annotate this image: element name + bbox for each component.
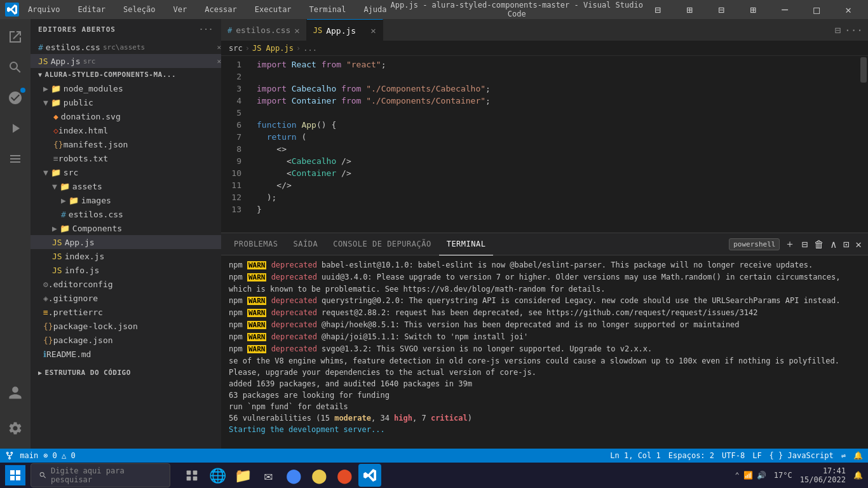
activity-settings[interactable]: [0, 413, 31, 444]
panel-tab-saida[interactable]: SAÍDA: [286, 233, 326, 255]
activity-accounts[interactable]: [0, 377, 31, 408]
tree-prettierrc[interactable]: ≡ .prettierrc: [31, 305, 221, 319]
scrollbar-track[interactable]: [859, 56, 868, 233]
encoding-status[interactable]: UTF-8: [722, 451, 745, 460]
terminal-add-icon[interactable]: ＋: [783, 236, 796, 252]
line-ending-status[interactable]: LF: [752, 451, 761, 460]
breadcrumb-appjs[interactable]: JS App.js: [252, 44, 294, 53]
menu-selecao[interactable]: Seleção: [119, 4, 159, 15]
menu-ajuda[interactable]: Ajuda: [360, 4, 390, 15]
taskbar-folder[interactable]: 📁: [231, 464, 254, 487]
taskbar-mail[interactable]: ✉: [257, 464, 280, 487]
terminal-content[interactable]: npm WARN deprecated babel-eslint@10.1.0:…: [221, 255, 868, 449]
language-status[interactable]: { } JavaScript: [770, 451, 834, 460]
activity-source-control[interactable]: [0, 83, 31, 113]
tree-robots[interactable]: ≡ robots.txt: [31, 151, 221, 165]
tab-appjs[interactable]: JS App.js ✕: [307, 19, 383, 41]
open-editor-estilos[interactable]: # estilos.css src\assets ✕: [31, 40, 221, 54]
notifications-icon[interactable]: 🔔: [853, 471, 863, 480]
more-actions-icon[interactable]: ···: [844, 24, 863, 36]
sidebar-more-icon[interactable]: ···: [199, 25, 214, 34]
menu-terminal[interactable]: Terminal: [306, 4, 350, 15]
tree-packagelock[interactable]: {} package-lock.json: [31, 319, 221, 333]
layout4-icon[interactable]: ⊞: [738, 0, 768, 19]
maximize-button[interactable]: □: [802, 0, 831, 19]
tree-infojs[interactable]: JS info.js: [31, 263, 221, 277]
taskbar-task-view[interactable]: [180, 464, 203, 487]
panel-tab-console[interactable]: CONSOLE DE DEPURAÇÃO: [325, 233, 439, 255]
tree-editorconfig[interactable]: ⚙ .editorconfig: [31, 277, 221, 291]
project-section[interactable]: ▼ ALURA-STYLED-COMPONENTS-MA...: [31, 68, 221, 81]
scrollbar-thumb[interactable]: [860, 57, 867, 83]
tree-donation-svg[interactable]: ◆ donation.svg: [31, 109, 221, 123]
spaces-status[interactable]: Espaços: 2: [668, 451, 714, 460]
minimize-button[interactable]: ─: [770, 0, 799, 19]
taskbar-app1[interactable]: ⬤: [308, 464, 330, 487]
notification-icon[interactable]: 🔔: [853, 451, 863, 460]
clock[interactable]: 17:41 15/06/2022: [800, 466, 846, 484]
tree-images[interactable]: ▶ 📁 images: [31, 193, 221, 207]
remote-icon[interactable]: ⇌: [841, 451, 846, 460]
tree-manifest[interactable]: {} manifest.json: [31, 137, 221, 151]
line-col-status[interactable]: Ln 1, Col 1: [610, 451, 660, 460]
code-content[interactable]: import React from "react"; import Cabeca…: [247, 56, 827, 233]
breadcrumb-more[interactable]: ...: [303, 44, 317, 53]
terminal-split-icon[interactable]: ⊟: [800, 237, 809, 252]
tree-public[interactable]: ▼ 📁 public: [31, 95, 221, 109]
layout2-icon[interactable]: ⊞: [675, 0, 704, 19]
tab-estilos-css[interactable]: # estilos.css ✕: [221, 19, 307, 41]
taskbar-chrome-like[interactable]: ⬤: [282, 464, 305, 487]
menu-executar[interactable]: Executar: [251, 4, 295, 15]
taskbar-search-box[interactable]: Digite aqui para pesquisar: [31, 463, 170, 487]
split-editor-icon[interactable]: ⊟: [834, 24, 841, 36]
tree-components[interactable]: ▶ 📁 Components: [31, 221, 221, 235]
tree-index-html[interactable]: ◇ index.html: [31, 123, 221, 137]
tree-src[interactable]: ▼ 📁 src: [31, 165, 221, 179]
tree-node-modules[interactable]: ▶ 📁 node_modules: [31, 81, 221, 95]
tray-up-icon[interactable]: ⌃: [735, 471, 740, 480]
close-button[interactable]: ✕: [834, 0, 863, 19]
tree-packagejson[interactable]: {} package.json: [31, 333, 221, 347]
tab-appjs-close[interactable]: ✕: [370, 25, 376, 36]
open-editor-appjs[interactable]: JS App.js src ✕: [31, 54, 221, 68]
close-estilos-icon[interactable]: ✕: [217, 43, 221, 51]
tab-estilos-close[interactable]: ✕: [294, 25, 299, 36]
weather-widget[interactable]: 17°C: [774, 471, 792, 480]
errors-status[interactable]: ⊗ 0 △ 0: [43, 451, 76, 460]
activity-explorer[interactable]: [0, 22, 31, 52]
tree-readme[interactable]: ℹ README.md: [31, 347, 221, 361]
layout3-icon[interactable]: ⊟: [707, 0, 736, 19]
terminal-shell-label[interactable]: powershell: [729, 238, 780, 250]
layout-icon[interactable]: ⊟: [643, 0, 672, 19]
taskbar-app2[interactable]: ⬤: [333, 464, 356, 487]
panel-maximize-icon[interactable]: ⊡: [842, 237, 851, 252]
panel-close-icon[interactable]: ✕: [854, 237, 863, 252]
close-appjs-icon[interactable]: ✕: [217, 57, 221, 65]
tray-sound[interactable]: 🔊: [757, 471, 766, 480]
activity-extensions[interactable]: [0, 144, 31, 174]
terminal-trash-icon[interactable]: 🗑: [813, 237, 825, 252]
menu-arquivo[interactable]: Arquivo: [24, 4, 64, 15]
activity-run[interactable]: [0, 113, 31, 144]
tree-appjs[interactable]: JS App.js: [31, 235, 221, 249]
start-button[interactable]: [5, 465, 25, 485]
tray-network[interactable]: 📶: [743, 471, 753, 480]
breadcrumb-src[interactable]: src: [229, 44, 243, 53]
code-structure-section[interactable]: ▶ ESTRUTURA DO CÓDIGO: [31, 366, 221, 379]
activity-search[interactable]: [0, 52, 31, 83]
tree-assets[interactable]: ▼ 📁 assets: [31, 179, 221, 193]
taskbar-vscode[interactable]: [358, 464, 381, 487]
tree-indexjs[interactable]: JS index.js: [31, 249, 221, 263]
panel-collapse-icon[interactable]: ∧: [829, 237, 838, 252]
menu-ver[interactable]: Ver: [170, 4, 191, 15]
menu-bar[interactable]: Arquivo Editar Seleção Ver Acessar Execu…: [24, 4, 391, 15]
tree-gitignore[interactable]: ◈ .gitignore: [31, 291, 221, 305]
git-branch-status[interactable]: main: [5, 451, 38, 461]
menu-editar[interactable]: Editar: [74, 4, 109, 15]
panel-tab-problems[interactable]: PROBLEMAS: [226, 233, 286, 255]
window-controls[interactable]: ⊟ ⊞ ⊟ ⊞ ─ □ ✕: [643, 0, 863, 19]
tree-estilos-css[interactable]: # estilos.css: [31, 207, 221, 221]
taskbar-edge[interactable]: 🌐: [206, 464, 229, 487]
menu-acessar[interactable]: Acessar: [201, 4, 241, 15]
panel-tab-terminal[interactable]: TERMINAL: [439, 233, 494, 255]
